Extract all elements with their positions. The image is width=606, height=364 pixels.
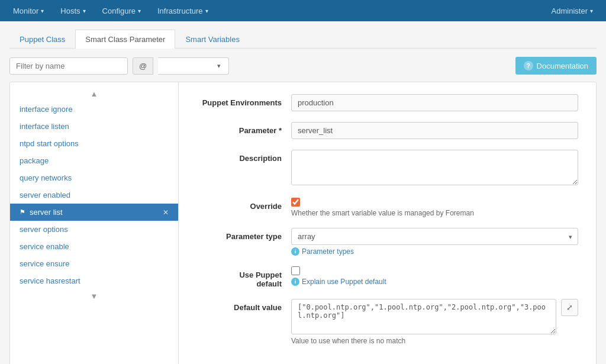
chevron-down-icon: ▾ bbox=[83, 8, 86, 14]
close-icon[interactable]: ✕ bbox=[163, 208, 169, 217]
tab-bar: Puppet Class Smart Class Parameter Smart… bbox=[9, 30, 597, 49]
parameter-type-field: string boolean integer real array hash y… bbox=[291, 228, 578, 256]
filter-at-label: @ bbox=[133, 57, 153, 75]
override-row: Override Whether the smart variable valu… bbox=[196, 198, 578, 217]
parameter-type-select[interactable]: string boolean integer real array hash y… bbox=[291, 228, 578, 245]
top-navigation: Monitor ▾ Hosts ▾ Configure ▾ Infrastruc… bbox=[0, 0, 606, 21]
sidebar-item-server-options[interactable]: server options bbox=[10, 221, 178, 238]
main-layout: ▲ interface ignore interface listen ntpd… bbox=[9, 82, 597, 364]
parameter-types-link[interactable]: i Parameter types bbox=[291, 247, 578, 256]
chevron-down-icon: ▾ bbox=[205, 8, 208, 14]
chevron-down-icon: ▾ bbox=[41, 8, 44, 14]
detail-panel: Puppet Environments Parameter * Descript… bbox=[179, 82, 596, 364]
expand-button[interactable]: ⤢ bbox=[561, 299, 578, 316]
use-puppet-default-checkbox[interactable] bbox=[291, 266, 300, 275]
parameter-field bbox=[291, 122, 578, 139]
description-field bbox=[291, 150, 578, 187]
filter-select-wrap: ▾ bbox=[158, 57, 221, 75]
override-checkbox-row bbox=[291, 198, 578, 207]
parameter-type-label: Parameter type bbox=[196, 228, 291, 241]
override-checkbox[interactable] bbox=[291, 198, 300, 207]
default-value-row: Default value ["0.pool.ntp.org","1.pool.… bbox=[196, 299, 578, 345]
flag-icon: ⚑ bbox=[20, 208, 25, 216]
nav-monitor[interactable]: Monitor ▾ bbox=[6, 0, 51, 21]
parameter-label: Parameter * bbox=[196, 122, 291, 135]
use-puppet-default-checkbox-row bbox=[291, 266, 578, 275]
override-help-text: Whether the smart variable value is mana… bbox=[291, 209, 578, 217]
parameter-type-row: Parameter type string boolean integer re… bbox=[196, 228, 578, 256]
sidebar-item-service-enable[interactable]: service enable bbox=[10, 238, 178, 255]
parameter-input[interactable] bbox=[291, 122, 578, 139]
expand-icon: ⤢ bbox=[566, 303, 573, 312]
puppet-environments-row: Puppet Environments bbox=[196, 94, 578, 111]
sidebar-item-service-ensure[interactable]: service ensure bbox=[10, 255, 178, 272]
sidebar-item-interface-listen[interactable]: interface listen bbox=[10, 118, 178, 135]
nav-infrastructure[interactable]: Infrastructure ▾ bbox=[150, 0, 215, 21]
description-textarea[interactable] bbox=[291, 150, 578, 185]
info-icon: i bbox=[291, 247, 299, 256]
puppet-environments-label: Puppet Environments bbox=[196, 94, 291, 107]
nav-right: Administer ▾ bbox=[544, 0, 600, 21]
default-value-help-text: Value to use when there is no match bbox=[291, 337, 578, 345]
override-field: Whether the smart variable value is mana… bbox=[291, 198, 578, 217]
override-label: Override bbox=[196, 198, 291, 211]
tab-puppet-class[interactable]: Puppet Class bbox=[9, 30, 75, 49]
documentation-button[interactable]: ? Documentation bbox=[515, 57, 597, 75]
default-value-label: Default value bbox=[196, 299, 291, 312]
sidebar-item-server-enabled[interactable]: server enabled bbox=[10, 186, 178, 204]
use-puppet-default-label: Use Puppet default bbox=[196, 266, 291, 288]
description-label: Description bbox=[196, 150, 291, 163]
filter-select[interactable] bbox=[158, 57, 229, 75]
info-icon: i bbox=[291, 278, 299, 286]
nav-left: Monitor ▾ Hosts ▾ Configure ▾ Infrastruc… bbox=[6, 0, 215, 21]
nav-administer[interactable]: Administer ▾ bbox=[544, 0, 600, 21]
default-value-field: ["0.pool.ntp.org","1.pool.ntp.org","2.po… bbox=[291, 299, 578, 345]
default-value-wrap: ["0.pool.ntp.org","1.pool.ntp.org","2.po… bbox=[291, 299, 578, 334]
filter-by-name-input[interactable] bbox=[9, 57, 128, 75]
puppet-environments-field bbox=[291, 94, 578, 111]
puppet-environments-input[interactable] bbox=[291, 94, 578, 111]
scroll-up-button[interactable]: ▲ bbox=[10, 87, 178, 101]
nav-hosts[interactable]: Hosts ▾ bbox=[53, 0, 92, 21]
use-puppet-default-field: i Explain use Puppet default bbox=[291, 266, 578, 286]
sidebar-item-interface-ignore[interactable]: interface ignore bbox=[10, 101, 178, 118]
nav-configure[interactable]: Configure ▾ bbox=[95, 0, 148, 21]
question-icon: ? bbox=[524, 61, 533, 70]
chevron-down-icon: ▾ bbox=[138, 8, 141, 14]
parameter-type-select-wrap: string boolean integer real array hash y… bbox=[291, 228, 578, 245]
scroll-down-button[interactable]: ▼ bbox=[10, 289, 178, 303]
sidebar-item-query-networks[interactable]: query networks bbox=[10, 169, 178, 186]
tab-smart-variables[interactable]: Smart Variables bbox=[175, 30, 250, 49]
sidebar-item-server-list[interactable]: ⚑ server list ✕ bbox=[10, 204, 178, 221]
tab-smart-class-parameter[interactable]: Smart Class Parameter bbox=[75, 30, 175, 49]
page-content: Puppet Class Smart Class Parameter Smart… bbox=[0, 21, 606, 364]
sidebar: ▲ interface ignore interface listen ntpd… bbox=[10, 82, 179, 364]
filter-row: @ ▾ ? Documentation bbox=[9, 57, 597, 75]
sidebar-item-package[interactable]: package bbox=[10, 152, 178, 169]
description-row: Description bbox=[196, 150, 578, 187]
default-value-textarea[interactable]: ["0.pool.ntp.org","1.pool.ntp.org","2.po… bbox=[291, 299, 556, 334]
sidebar-item-service-hasrestart[interactable]: service hasrestart bbox=[10, 272, 178, 289]
chevron-down-icon: ▾ bbox=[590, 8, 593, 14]
sidebar-item-ntpd-start-options[interactable]: ntpd start options bbox=[10, 135, 178, 152]
parameter-row: Parameter * bbox=[196, 122, 578, 139]
use-puppet-default-row: Use Puppet default i Explain use Puppet … bbox=[196, 266, 578, 288]
explain-puppet-default-link[interactable]: i Explain use Puppet default bbox=[291, 278, 578, 286]
